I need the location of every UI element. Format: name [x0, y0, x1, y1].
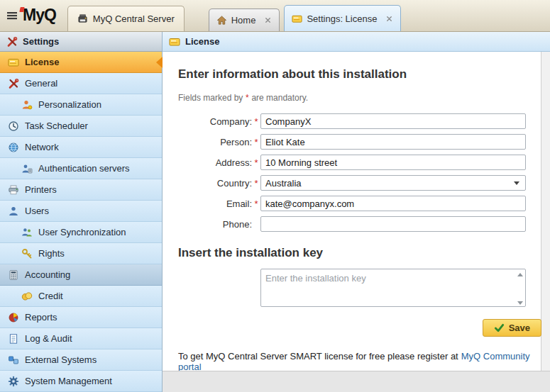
server-tab-label: MyQ Central Server [93, 13, 175, 24]
sidebar-item-printers[interactable]: Printers [0, 179, 162, 201]
bottom-strip [163, 371, 550, 392]
phone-field[interactable] [260, 216, 526, 232]
coins-icon [21, 291, 33, 302]
sidebar-item-accounting[interactable]: Accounting [0, 264, 162, 286]
server-icon [77, 13, 88, 24]
sidebar-item-rights[interactable]: Rights [0, 243, 162, 264]
sidebar-item-label: Personalization [38, 99, 101, 110]
sidebar-item-label: Printers [25, 184, 57, 195]
clock-icon [8, 121, 19, 132]
sidebar-item-system-management[interactable]: System Management [0, 371, 162, 392]
save-button[interactable]: Save [483, 319, 541, 337]
required-asterisk: * [252, 116, 260, 127]
sidebar-item-label: Users [25, 206, 49, 216]
sidebar-item-label: Accounting [25, 269, 70, 280]
form-row-address: Address: * [178, 155, 541, 170]
sidebar-item-users[interactable]: Users [0, 201, 162, 222]
tab-home-label: Home [231, 15, 256, 26]
country-selected-value: Australia [265, 178, 302, 189]
sidebar-item-label: Authentication servers [38, 163, 130, 174]
scrollbar-down-arrow[interactable] [517, 301, 523, 305]
sidebar-item-credit[interactable]: Credit [0, 286, 162, 307]
chevron-down-icon [514, 181, 519, 185]
sidebar-item-license[interactable]: License [0, 52, 162, 73]
sidebar-item-external-systems[interactable]: External Systems [0, 349, 162, 371]
note-suffix: are mandatory. [251, 93, 308, 103]
register-note-text: To get MyQ Central Server SMART license … [178, 351, 458, 362]
installation-info-heading: Enter information about this installatio… [178, 67, 541, 82]
settings-sidebar: Settings License General Personalization… [0, 32, 163, 392]
sidebar-item-reports[interactable]: Reports [0, 307, 162, 328]
email-field[interactable] [260, 196, 526, 211]
sidebar-item-network[interactable]: Network [0, 137, 162, 158]
installation-key-area [260, 269, 526, 309]
pie-chart-icon [8, 312, 19, 323]
sidebar-item-authentication-servers[interactable]: Authentication servers [0, 158, 162, 179]
sidebar-item-label: Task Scheduler [25, 121, 88, 131]
person-label: Person: [178, 137, 252, 147]
main-panel: License Enter information about this ins… [163, 32, 550, 392]
license-card-icon [8, 57, 19, 68]
sidebar-item-task-scheduler[interactable]: Task Scheduler [0, 116, 162, 137]
tab-home[interactable]: Home [209, 9, 280, 31]
sidebar-item-general[interactable]: General [0, 73, 162, 94]
person-field[interactable] [260, 134, 526, 150]
form-row-email: Email: * [178, 196, 541, 211]
installation-key-input[interactable] [260, 269, 526, 307]
save-row: Save [178, 319, 541, 337]
sidebar-item-personalization[interactable]: Personalization [0, 94, 162, 116]
company-field[interactable] [260, 113, 526, 129]
save-button-label: Save [509, 323, 530, 333]
sidebar-header: Settings [0, 32, 162, 52]
sidebar-item-label: External Systems [25, 354, 97, 365]
sidebar-item-label: License [25, 57, 59, 67]
scrollbar-up-arrow[interactable] [517, 273, 523, 276]
sidebar-item-label: User Synchronization [38, 227, 126, 237]
address-field[interactable] [260, 155, 526, 170]
sidebar-item-label: Network [25, 142, 59, 152]
form-row-company: Company: * [178, 113, 541, 129]
globe-icon [8, 142, 19, 153]
printer-icon [8, 184, 19, 196]
address-label: Address: [178, 157, 252, 168]
auth-server-icon [21, 163, 33, 174]
country-label: Country: [178, 178, 252, 189]
form-row-person: Person: * [178, 134, 541, 150]
form-row-phone: Phone: [178, 216, 541, 232]
required-asterisk: * [243, 93, 251, 103]
installation-key-heading: Insert the installation key [178, 246, 541, 260]
company-label: Company: [178, 116, 252, 127]
hamburger-menu-button[interactable] [3, 6, 21, 25]
log-document-icon [8, 333, 19, 345]
key-icon [21, 248, 33, 259]
sidebar-item-label: General [25, 78, 57, 89]
tab-settings-license-label: Settings: License [307, 13, 377, 24]
country-dropdown[interactable]: Australia [260, 175, 526, 191]
external-systems-icon [8, 354, 19, 366]
server-tab-myq-central-server[interactable]: MyQ Central Server [67, 6, 185, 31]
tools-icon [8, 78, 19, 89]
required-asterisk: * [252, 198, 260, 209]
close-icon[interactable] [385, 15, 393, 23]
close-icon[interactable] [264, 16, 272, 24]
sidebar-title: Settings [23, 36, 59, 47]
check-icon [494, 323, 505, 333]
sidebar-item-user-synchronization[interactable]: User Synchronization [0, 222, 162, 243]
sidebar-item-label: Credit [38, 291, 63, 301]
sidebar-item-label: System Management [25, 376, 112, 386]
email-label: Email: [178, 198, 252, 209]
note-prefix: Fields marked by [178, 93, 243, 103]
gear-icon [8, 376, 19, 387]
sidebar-item-log-audit[interactable]: Log & Audit [0, 328, 162, 349]
required-asterisk: * [252, 178, 260, 189]
tab-settings-license[interactable]: Settings: License [284, 5, 401, 31]
sidebar-item-label: Rights [38, 248, 65, 259]
mandatory-fields-note: Fields marked by*are mandatory. [178, 93, 541, 103]
license-form-panel: Enter information about this installatio… [163, 52, 541, 371]
required-asterisk: * [252, 137, 260, 147]
user-icon [8, 206, 19, 217]
sidebar-item-label: Reports [25, 312, 57, 323]
home-icon [216, 15, 227, 26]
license-card-icon [292, 13, 302, 24]
form-row-country: Country: * Australia [178, 175, 541, 191]
